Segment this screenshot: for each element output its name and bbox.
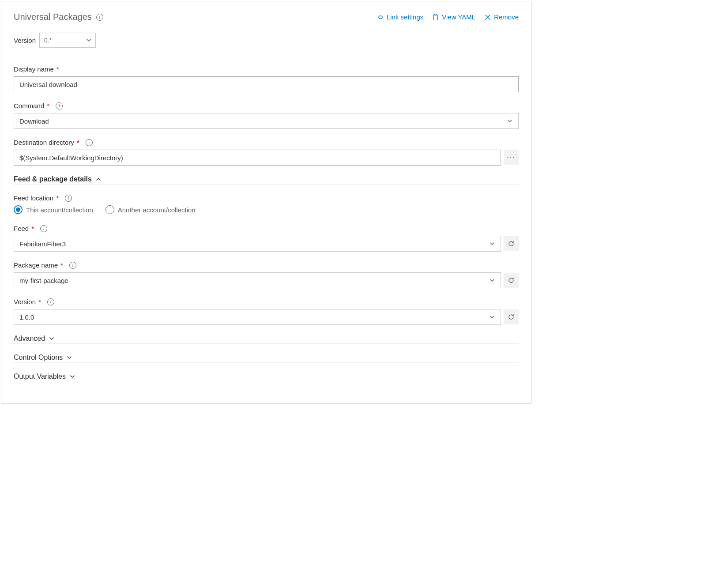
- command-field: Command * i Download: [14, 102, 519, 129]
- destination-directory-input[interactable]: [14, 150, 501, 166]
- top-row: Universal Packages i Link settings View …: [14, 12, 519, 22]
- refresh-version-button[interactable]: [504, 309, 519, 324]
- task-editor-panel: Universal Packages i Link settings View …: [1, 1, 531, 404]
- link-settings-label: Link settings: [387, 13, 423, 21]
- required-indicator: *: [54, 194, 59, 202]
- refresh-icon: [508, 240, 515, 247]
- package-version-label-row: Version * i: [14, 298, 519, 305]
- version-chooser-value: 0.*: [44, 37, 52, 44]
- task-title: Universal Packages: [14, 12, 92, 22]
- command-select[interactable]: Download: [14, 113, 519, 129]
- required-indicator: *: [37, 298, 41, 305]
- refresh-package-button[interactable]: [504, 273, 519, 288]
- chevron-down-icon: [69, 373, 75, 380]
- radio-selected-icon: [14, 205, 23, 214]
- feed-location-field: Feed location * i This account/collectio…: [14, 194, 519, 214]
- section-advanced-label: Advanced: [14, 335, 45, 343]
- chevron-down-icon: [86, 37, 92, 43]
- feed-location-radios: This account/collection Another account/…: [14, 205, 519, 214]
- radio-unselected-icon: [105, 205, 114, 214]
- info-icon[interactable]: i: [40, 225, 47, 232]
- chevron-up-icon: [95, 176, 102, 182]
- chevron-down-icon: [489, 314, 495, 320]
- view-yaml-label: View YAML: [442, 13, 475, 21]
- radio-this-account[interactable]: This account/collection: [14, 205, 93, 214]
- version-chooser-select[interactable]: 0.*: [39, 33, 96, 48]
- chevron-down-icon: [49, 335, 55, 342]
- info-icon[interactable]: i: [47, 298, 54, 305]
- close-icon: [484, 14, 491, 21]
- display-name-label-row: Display name *: [14, 65, 519, 73]
- command-label-row: Command * i: [14, 102, 519, 109]
- refresh-icon: [508, 277, 515, 284]
- svg-rect-1: [435, 14, 437, 15]
- feed-label-row: Feed * i: [14, 225, 519, 232]
- destination-directory-label-row: Destination directory * i: [14, 139, 519, 146]
- display-name-label: Display name: [14, 65, 54, 73]
- link-settings-button[interactable]: Link settings: [377, 13, 423, 21]
- required-indicator: *: [45, 102, 49, 109]
- required-indicator: *: [30, 225, 34, 232]
- link-icon: [377, 14, 384, 21]
- view-yaml-button[interactable]: View YAML: [432, 13, 475, 21]
- required-indicator: *: [55, 65, 59, 73]
- package-version-select[interactable]: 1.0.0: [14, 309, 501, 325]
- info-icon[interactable]: i: [96, 14, 103, 21]
- info-icon[interactable]: i: [69, 262, 76, 269]
- section-feed-details[interactable]: Feed & package details: [14, 175, 519, 185]
- required-indicator: *: [75, 139, 79, 146]
- feed-location-label: Feed location: [14, 194, 53, 202]
- info-icon[interactable]: i: [56, 102, 63, 109]
- package-name-value: my-first-package: [19, 277, 68, 284]
- chevron-down-icon: [66, 354, 72, 361]
- clipboard-icon: [432, 14, 439, 21]
- chevron-down-icon: [507, 118, 513, 124]
- package-name-select[interactable]: my-first-package: [14, 272, 501, 288]
- section-output-variables-label: Output Variables: [14, 373, 66, 381]
- refresh-feed-button[interactable]: [504, 236, 519, 251]
- ellipsis-icon: ···: [507, 154, 515, 162]
- package-name-field: Package name * i my-first-package: [14, 261, 519, 288]
- command-value: Download: [19, 117, 49, 125]
- feed-select[interactable]: FabrikamFiber3: [14, 236, 501, 252]
- package-name-label-row: Package name * i: [14, 261, 519, 269]
- feed-row: FabrikamFiber3: [14, 236, 519, 252]
- radio-this-account-label: This account/collection: [26, 206, 93, 214]
- info-icon[interactable]: i: [65, 195, 72, 202]
- package-name-row: my-first-package: [14, 272, 519, 288]
- display-name-field: Display name *: [14, 65, 519, 92]
- feed-field: Feed * i FabrikamFiber3: [14, 225, 519, 252]
- destination-directory-label: Destination directory: [14, 139, 74, 146]
- package-name-label: Package name: [14, 261, 58, 269]
- section-feed-details-label: Feed & package details: [14, 175, 92, 183]
- remove-button[interactable]: Remove: [484, 13, 519, 21]
- section-control-options[interactable]: Control Options: [14, 354, 519, 363]
- section-advanced[interactable]: Advanced: [14, 335, 519, 344]
- package-version-field: Version * i 1.0.0: [14, 298, 519, 325]
- feed-location-label-row: Feed location * i: [14, 194, 519, 202]
- top-actions: Link settings View YAML Remove: [377, 13, 519, 21]
- chevron-down-icon: [489, 241, 495, 247]
- package-version-row: 1.0.0: [14, 309, 519, 325]
- required-indicator: *: [59, 261, 63, 269]
- display-name-input[interactable]: [14, 76, 519, 92]
- remove-label: Remove: [494, 13, 519, 21]
- feed-label: Feed: [14, 225, 29, 232]
- radio-another-account[interactable]: Another account/collection: [105, 205, 196, 214]
- version-chooser-label: Version: [14, 37, 36, 44]
- command-label: Command: [14, 102, 44, 109]
- section-output-variables[interactable]: Output Variables: [14, 373, 519, 381]
- chevron-down-icon: [489, 277, 495, 283]
- feed-value: FabrikamFiber3: [19, 240, 66, 248]
- destination-directory-row: ···: [14, 150, 519, 166]
- info-icon[interactable]: i: [86, 139, 93, 146]
- refresh-icon: [508, 313, 515, 320]
- svg-rect-0: [434, 15, 438, 20]
- title-wrap: Universal Packages i: [14, 12, 103, 22]
- section-control-options-label: Control Options: [14, 354, 63, 362]
- radio-another-account-label: Another account/collection: [118, 206, 196, 214]
- package-version-label: Version: [14, 298, 36, 305]
- browse-button[interactable]: ···: [504, 150, 519, 165]
- version-chooser: Version 0.*: [14, 33, 519, 48]
- package-version-value: 1.0.0: [19, 313, 34, 321]
